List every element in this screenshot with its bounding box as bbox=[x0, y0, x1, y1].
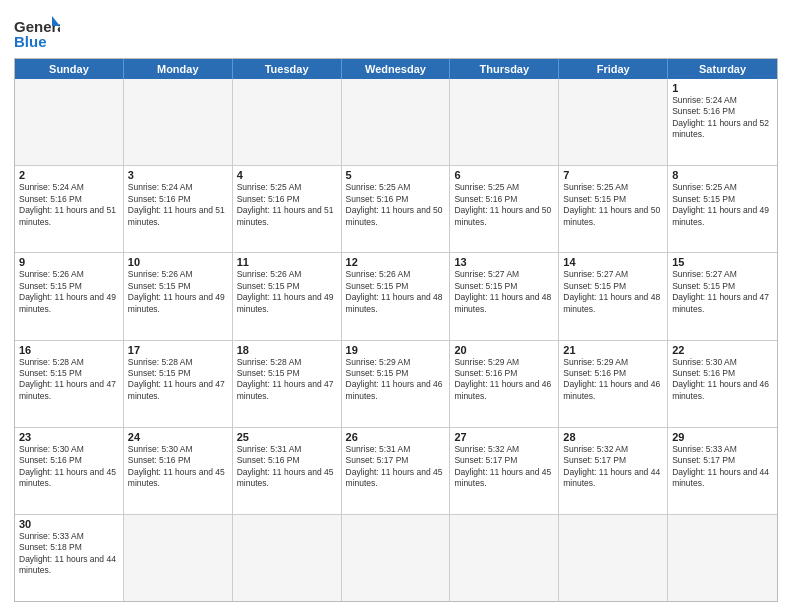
logo-icon: General Blue bbox=[14, 14, 60, 52]
day-info: Sunrise: 5:28 AMSunset: 5:15 PMDaylight:… bbox=[19, 357, 119, 403]
day-number: 19 bbox=[346, 344, 446, 356]
calendar-cell-0-4 bbox=[450, 79, 559, 165]
calendar-row-0: 1Sunrise: 5:24 AMSunset: 5:16 PMDaylight… bbox=[15, 79, 777, 165]
day-info: Sunrise: 5:26 AMSunset: 5:15 PMDaylight:… bbox=[346, 269, 446, 315]
day-number: 7 bbox=[563, 169, 663, 181]
calendar-cell-2-2: 11Sunrise: 5:26 AMSunset: 5:15 PMDayligh… bbox=[233, 253, 342, 339]
day-number: 18 bbox=[237, 344, 337, 356]
calendar-cell-2-1: 10Sunrise: 5:26 AMSunset: 5:15 PMDayligh… bbox=[124, 253, 233, 339]
calendar-row-2: 9Sunrise: 5:26 AMSunset: 5:15 PMDaylight… bbox=[15, 252, 777, 339]
calendar-row-4: 23Sunrise: 5:30 AMSunset: 5:16 PMDayligh… bbox=[15, 427, 777, 514]
calendar-cell-5-0: 30Sunrise: 5:33 AMSunset: 5:18 PMDayligh… bbox=[15, 515, 124, 601]
day-number: 12 bbox=[346, 256, 446, 268]
day-info: Sunrise: 5:33 AMSunset: 5:17 PMDaylight:… bbox=[672, 444, 773, 490]
day-number: 28 bbox=[563, 431, 663, 443]
calendar-cell-1-5: 7Sunrise: 5:25 AMSunset: 5:15 PMDaylight… bbox=[559, 166, 668, 252]
day-number: 8 bbox=[672, 169, 773, 181]
calendar-row-1: 2Sunrise: 5:24 AMSunset: 5:16 PMDaylight… bbox=[15, 165, 777, 252]
header-thursday: Thursday bbox=[450, 59, 559, 79]
calendar-cell-3-2: 18Sunrise: 5:28 AMSunset: 5:15 PMDayligh… bbox=[233, 341, 342, 427]
day-info: Sunrise: 5:26 AMSunset: 5:15 PMDaylight:… bbox=[128, 269, 228, 315]
calendar-cell-2-5: 14Sunrise: 5:27 AMSunset: 5:15 PMDayligh… bbox=[559, 253, 668, 339]
header-monday: Monday bbox=[124, 59, 233, 79]
calendar-cell-3-6: 22Sunrise: 5:30 AMSunset: 5:16 PMDayligh… bbox=[668, 341, 777, 427]
calendar-cell-0-5 bbox=[559, 79, 668, 165]
calendar-cell-1-4: 6Sunrise: 5:25 AMSunset: 5:16 PMDaylight… bbox=[450, 166, 559, 252]
header: General Blue bbox=[14, 10, 778, 52]
calendar-cell-5-3 bbox=[342, 515, 451, 601]
calendar-row-5: 30Sunrise: 5:33 AMSunset: 5:18 PMDayligh… bbox=[15, 514, 777, 601]
calendar-cell-5-6 bbox=[668, 515, 777, 601]
day-number: 6 bbox=[454, 169, 554, 181]
calendar-cell-5-5 bbox=[559, 515, 668, 601]
day-info: Sunrise: 5:29 AMSunset: 5:15 PMDaylight:… bbox=[346, 357, 446, 403]
day-info: Sunrise: 5:30 AMSunset: 5:16 PMDaylight:… bbox=[672, 357, 773, 403]
calendar-body: 1Sunrise: 5:24 AMSunset: 5:16 PMDaylight… bbox=[15, 79, 777, 601]
day-number: 2 bbox=[19, 169, 119, 181]
day-number: 29 bbox=[672, 431, 773, 443]
day-info: Sunrise: 5:31 AMSunset: 5:17 PMDaylight:… bbox=[346, 444, 446, 490]
calendar-cell-1-0: 2Sunrise: 5:24 AMSunset: 5:16 PMDaylight… bbox=[15, 166, 124, 252]
day-info: Sunrise: 5:27 AMSunset: 5:15 PMDaylight:… bbox=[454, 269, 554, 315]
calendar-cell-3-0: 16Sunrise: 5:28 AMSunset: 5:15 PMDayligh… bbox=[15, 341, 124, 427]
day-info: Sunrise: 5:27 AMSunset: 5:15 PMDaylight:… bbox=[563, 269, 663, 315]
calendar-cell-0-0 bbox=[15, 79, 124, 165]
day-number: 21 bbox=[563, 344, 663, 356]
day-number: 26 bbox=[346, 431, 446, 443]
day-info: Sunrise: 5:30 AMSunset: 5:16 PMDaylight:… bbox=[19, 444, 119, 490]
day-number: 17 bbox=[128, 344, 228, 356]
calendar-cell-4-2: 25Sunrise: 5:31 AMSunset: 5:16 PMDayligh… bbox=[233, 428, 342, 514]
day-info: Sunrise: 5:25 AMSunset: 5:16 PMDaylight:… bbox=[454, 182, 554, 228]
day-number: 3 bbox=[128, 169, 228, 181]
calendar-cell-3-3: 19Sunrise: 5:29 AMSunset: 5:15 PMDayligh… bbox=[342, 341, 451, 427]
day-info: Sunrise: 5:29 AMSunset: 5:16 PMDaylight:… bbox=[563, 357, 663, 403]
calendar-header-row: Sunday Monday Tuesday Wednesday Thursday… bbox=[15, 59, 777, 79]
day-info: Sunrise: 5:31 AMSunset: 5:16 PMDaylight:… bbox=[237, 444, 337, 490]
svg-text:Blue: Blue bbox=[14, 33, 47, 50]
day-number: 23 bbox=[19, 431, 119, 443]
calendar-cell-0-2 bbox=[233, 79, 342, 165]
day-info: Sunrise: 5:25 AMSunset: 5:15 PMDaylight:… bbox=[563, 182, 663, 228]
calendar-cell-3-1: 17Sunrise: 5:28 AMSunset: 5:15 PMDayligh… bbox=[124, 341, 233, 427]
day-info: Sunrise: 5:32 AMSunset: 5:17 PMDaylight:… bbox=[454, 444, 554, 490]
header-tuesday: Tuesday bbox=[233, 59, 342, 79]
calendar-row-3: 16Sunrise: 5:28 AMSunset: 5:15 PMDayligh… bbox=[15, 340, 777, 427]
calendar-cell-3-4: 20Sunrise: 5:29 AMSunset: 5:16 PMDayligh… bbox=[450, 341, 559, 427]
day-info: Sunrise: 5:29 AMSunset: 5:16 PMDaylight:… bbox=[454, 357, 554, 403]
day-info: Sunrise: 5:25 AMSunset: 5:15 PMDaylight:… bbox=[672, 182, 773, 228]
day-number: 22 bbox=[672, 344, 773, 356]
calendar-cell-5-1 bbox=[124, 515, 233, 601]
page: General Blue Sunday Monday Tuesday Wedne… bbox=[0, 0, 792, 612]
day-number: 5 bbox=[346, 169, 446, 181]
calendar-cell-4-0: 23Sunrise: 5:30 AMSunset: 5:16 PMDayligh… bbox=[15, 428, 124, 514]
day-info: Sunrise: 5:28 AMSunset: 5:15 PMDaylight:… bbox=[128, 357, 228, 403]
day-info: Sunrise: 5:26 AMSunset: 5:15 PMDaylight:… bbox=[237, 269, 337, 315]
logo: General Blue bbox=[14, 14, 60, 52]
header-wednesday: Wednesday bbox=[342, 59, 451, 79]
day-info: Sunrise: 5:24 AMSunset: 5:16 PMDaylight:… bbox=[128, 182, 228, 228]
day-number: 20 bbox=[454, 344, 554, 356]
day-info: Sunrise: 5:24 AMSunset: 5:16 PMDaylight:… bbox=[672, 95, 773, 141]
day-number: 16 bbox=[19, 344, 119, 356]
day-info: Sunrise: 5:28 AMSunset: 5:15 PMDaylight:… bbox=[237, 357, 337, 403]
day-number: 24 bbox=[128, 431, 228, 443]
day-number: 14 bbox=[563, 256, 663, 268]
day-number: 15 bbox=[672, 256, 773, 268]
calendar-cell-2-4: 13Sunrise: 5:27 AMSunset: 5:15 PMDayligh… bbox=[450, 253, 559, 339]
day-info: Sunrise: 5:24 AMSunset: 5:16 PMDaylight:… bbox=[19, 182, 119, 228]
calendar-cell-1-6: 8Sunrise: 5:25 AMSunset: 5:15 PMDaylight… bbox=[668, 166, 777, 252]
calendar-cell-1-2: 4Sunrise: 5:25 AMSunset: 5:16 PMDaylight… bbox=[233, 166, 342, 252]
calendar-cell-3-5: 21Sunrise: 5:29 AMSunset: 5:16 PMDayligh… bbox=[559, 341, 668, 427]
day-number: 9 bbox=[19, 256, 119, 268]
calendar-cell-4-6: 29Sunrise: 5:33 AMSunset: 5:17 PMDayligh… bbox=[668, 428, 777, 514]
calendar-cell-0-3 bbox=[342, 79, 451, 165]
day-info: Sunrise: 5:30 AMSunset: 5:16 PMDaylight:… bbox=[128, 444, 228, 490]
day-number: 13 bbox=[454, 256, 554, 268]
day-info: Sunrise: 5:25 AMSunset: 5:16 PMDaylight:… bbox=[346, 182, 446, 228]
day-number: 11 bbox=[237, 256, 337, 268]
generalblue-logo-icon: General Blue bbox=[14, 14, 60, 52]
header-sunday: Sunday bbox=[15, 59, 124, 79]
calendar-cell-4-4: 27Sunrise: 5:32 AMSunset: 5:17 PMDayligh… bbox=[450, 428, 559, 514]
day-number: 4 bbox=[237, 169, 337, 181]
calendar-cell-1-3: 5Sunrise: 5:25 AMSunset: 5:16 PMDaylight… bbox=[342, 166, 451, 252]
